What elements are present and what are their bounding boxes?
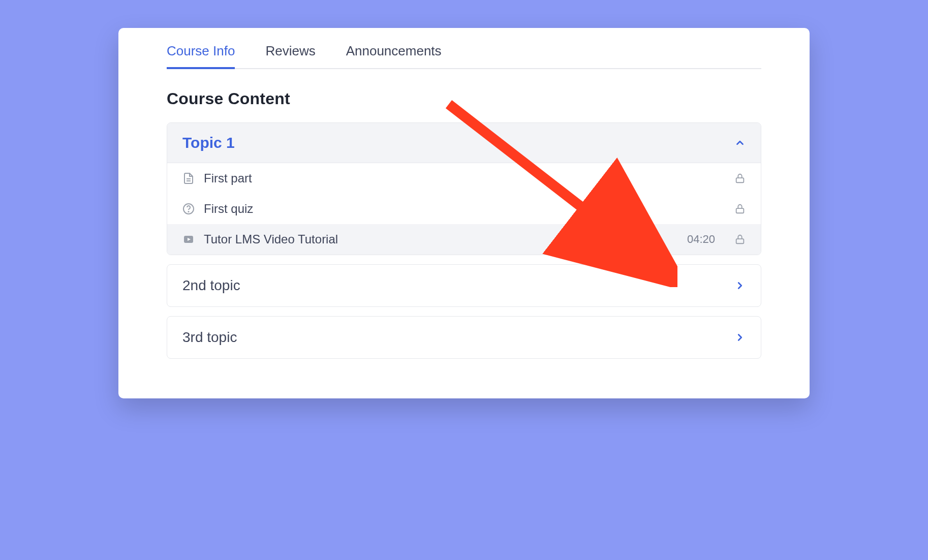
topic-expanded: Topic 1 First part First quiz Tutor LMS … (167, 122, 761, 255)
tab-bar: Course Info Reviews Announcements (167, 28, 761, 69)
lesson-row[interactable]: Tutor LMS Video Tutorial 04:20 (167, 224, 761, 255)
topic-collapsed[interactable]: 3rd topic (167, 316, 761, 359)
section-title: Course Content (167, 89, 761, 108)
svg-rect-5 (736, 208, 744, 213)
chevron-right-icon (734, 332, 746, 343)
play-square-icon (182, 233, 195, 245)
svg-point-4 (188, 211, 189, 212)
lock-icon (734, 173, 746, 184)
topic-collapsed[interactable]: 2nd topic (167, 264, 761, 307)
lesson-label: First quiz (204, 202, 725, 216)
svg-rect-8 (736, 239, 744, 243)
topic-title: 2nd topic (182, 277, 240, 294)
chevron-right-icon (734, 280, 746, 291)
course-card: Course Info Reviews Announcements Course… (118, 28, 810, 398)
tab-label: Reviews (265, 43, 315, 58)
tab-reviews[interactable]: Reviews (265, 37, 315, 68)
lesson-duration: 04:20 (687, 233, 715, 246)
tab-label: Announcements (346, 43, 442, 58)
lesson-row[interactable]: First part (167, 163, 761, 194)
question-circle-icon (182, 203, 195, 215)
tab-label: Course Info (167, 43, 235, 58)
document-icon (182, 172, 195, 184)
lock-icon (734, 234, 746, 245)
topic-header[interactable]: Topic 1 (167, 123, 761, 163)
topic-title: 3rd topic (182, 329, 237, 346)
tab-announcements[interactable]: Announcements (346, 37, 442, 68)
tab-course-info[interactable]: Course Info (167, 37, 235, 68)
lesson-label: First part (204, 171, 725, 185)
topic-title: Topic 1 (182, 134, 235, 151)
svg-rect-2 (736, 178, 744, 182)
lock-icon (734, 203, 746, 214)
lesson-row[interactable]: First quiz (167, 194, 761, 224)
lesson-label: Tutor LMS Video Tutorial (204, 232, 678, 246)
chevron-up-icon (734, 137, 746, 148)
